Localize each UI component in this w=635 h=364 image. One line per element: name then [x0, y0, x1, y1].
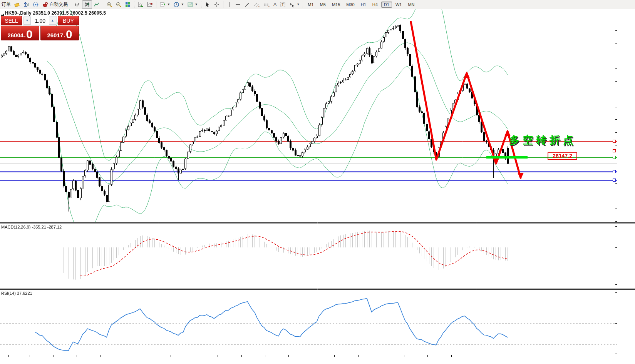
periods-button[interactable]: ▼	[172, 1, 186, 8]
toolbar-grip	[302, 2, 304, 8]
timeframe-button-d1[interactable]: D1	[381, 2, 392, 8]
candlestick-chart-icon[interactable]	[82, 0, 92, 9]
chevron-down-icon: ▼	[181, 3, 184, 6]
timeframe-button-mn[interactable]: MN	[405, 2, 417, 8]
macd-label: MACD(12,26,9) -355.21 -287.12	[1, 225, 62, 229]
annotation-price-label[interactable]: 26147.2	[548, 152, 577, 160]
clock-icon	[173, 2, 179, 8]
timeframe-button-m1[interactable]: M1	[305, 2, 316, 8]
profile-icon[interactable]	[22, 1, 31, 8]
toolbar-separator	[223, 1, 223, 8]
toolbar-grip	[200, 2, 202, 8]
autotrading-icon	[42, 2, 48, 8]
chevron-down-icon: ▼	[195, 3, 198, 6]
volume-decrease-button[interactable]: ▼	[23, 17, 31, 25]
rsi-label: RSI(14) 37.6221	[1, 291, 32, 296]
toolbar-separator	[103, 1, 103, 8]
sell-button[interactable]: SELL	[1, 16, 22, 25]
sell-price: 26004	[7, 32, 23, 38]
vertical-line-icon[interactable]	[225, 1, 233, 8]
bars-chart-icon[interactable]	[73, 1, 82, 8]
new-chart-button[interactable]: ▼	[158, 1, 172, 8]
mt4-window: { "toolbar": { "new_order_label": "订单", …	[0, 0, 635, 364]
crosshair-icon[interactable]	[212, 1, 221, 8]
timeframe-button-h4[interactable]: H4	[370, 2, 380, 8]
broadcast-icon[interactable]	[31, 1, 40, 8]
toolbar-separator	[156, 1, 156, 8]
chart-title: HK50-,Daily 26351.0 26391.5 26002.5 2600…	[5, 10, 106, 16]
volume-increase-button[interactable]: ▲	[49, 17, 56, 25]
timeframe-button-m30[interactable]: M30	[343, 2, 357, 8]
volume-stepper: ▼ 1.00 ▲	[23, 16, 57, 25]
zoom-out-icon[interactable]	[114, 1, 123, 8]
svg-text:T: T	[281, 3, 284, 7]
timeframe-button-m15[interactable]: M15	[329, 2, 343, 8]
support-highlight[interactable]	[486, 156, 528, 159]
sell-price-button[interactable]: 26004.0	[1, 26, 39, 40]
envelope-icon[interactable]	[12, 1, 22, 8]
top-toolbar: 订单 自动交易	[0, 0, 635, 9]
volume-value[interactable]: 1.00	[31, 16, 49, 25]
timeframe-button-h1[interactable]: H1	[358, 2, 369, 8]
buy-button[interactable]: BUY	[58, 16, 79, 25]
timeframe-group: M1M5M15M30H1H4D1W1MN	[305, 2, 417, 7]
annotation-text[interactable]: 多空转折点	[509, 133, 576, 147]
zoom-in-icon[interactable]	[105, 1, 114, 8]
tile-windows-icon[interactable]	[123, 1, 132, 8]
chevron-down-icon: ▼	[297, 3, 300, 6]
buy-price-button[interactable]: 26017.0	[40, 26, 79, 40]
horizontal-line-icon[interactable]	[233, 1, 243, 8]
timeframe-button-m5[interactable]: M5	[317, 2, 328, 8]
chevron-down-icon: ▼	[167, 3, 170, 6]
text-label-icon[interactable]: T	[278, 1, 287, 8]
templates-button[interactable]: ▼	[186, 1, 199, 8]
autotrading-label: 自动交易	[49, 1, 68, 8]
buy-price: 26017	[47, 32, 63, 38]
arrows-icon	[289, 2, 295, 8]
template-icon	[187, 2, 193, 8]
trendline-icon[interactable]	[243, 1, 252, 8]
one-click-trading-widget: SELL ▼ 1.00 ▲ BUY 26004.0 26017.0	[1, 16, 79, 40]
new-order-label: 订单	[2, 1, 11, 8]
price-chart-canvas[interactable]	[0, 0, 635, 364]
new-order-button[interactable]: 订单	[0, 1, 12, 8]
autotrading-button[interactable]: 自动交易	[40, 1, 69, 8]
fibonacci-icon[interactable]: F	[262, 1, 272, 8]
svg-text:E: E	[258, 5, 260, 8]
auto-scroll-icon[interactable]	[136, 1, 145, 8]
toolbar-grip	[133, 2, 135, 8]
toolbar-grip	[70, 2, 72, 8]
new-chart-icon	[159, 2, 166, 8]
timeframe-button-w1[interactable]: W1	[393, 2, 405, 8]
svg-text:F: F	[268, 5, 270, 8]
arrows-button[interactable]: ▼	[287, 1, 301, 8]
line-chart-icon[interactable]	[92, 1, 101, 8]
chart-shift-icon[interactable]	[145, 1, 154, 8]
text-icon[interactable]: A	[272, 1, 278, 8]
cursor-icon[interactable]	[203, 1, 212, 8]
equidistant-channel-icon[interactable]: E	[252, 1, 262, 8]
